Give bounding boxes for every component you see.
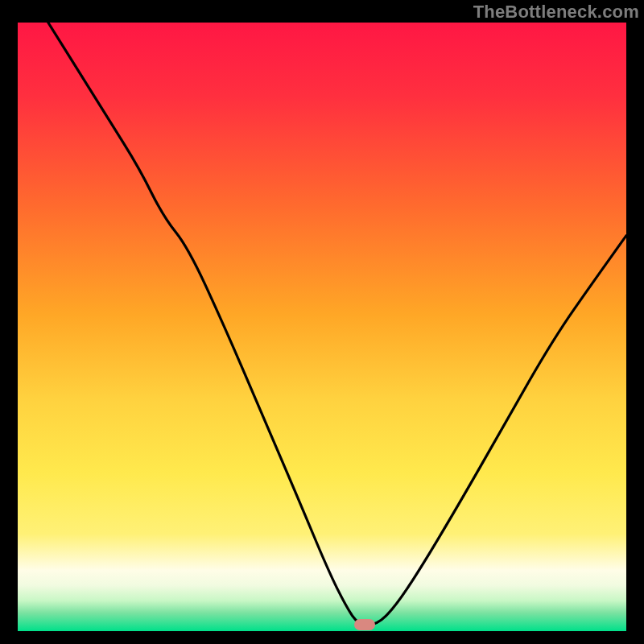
optimal-marker [354,619,375,630]
watermark-text: TheBottleneck.com [473,2,639,23]
plot-area [18,23,626,631]
chart-container: TheBottleneck.com [0,0,644,644]
curve-path [48,23,626,625]
bottleneck-curve [18,23,626,631]
